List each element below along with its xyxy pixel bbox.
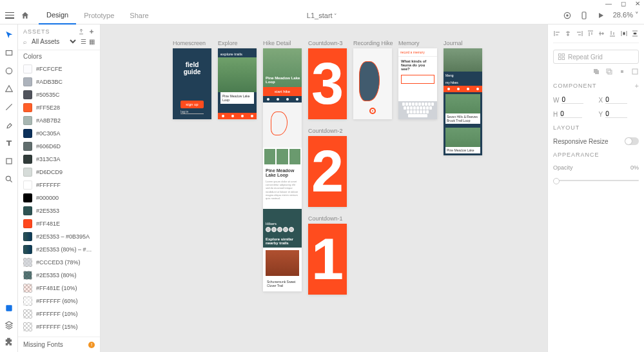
color-swatch-row[interactable]: #FFFFFF [21,179,97,191]
cloud-sync-icon[interactable] [563,11,572,20]
svg-rect-3 [6,51,12,55]
color-swatch-row[interactable]: #CCCED3 (78%) [21,256,97,269]
bool-exclude-icon[interactable] [631,68,639,75]
x-input[interactable] [605,96,627,104]
color-swatch-row[interactable]: #2E5353 – #0B395A [21,230,97,243]
component-section-title: COMPONENT [553,83,597,89]
color-swatch-row[interactable]: #FFFFFF (15%) [21,320,97,333]
artboard-label[interactable]: Journal [444,40,482,46]
color-swatch-row[interactable]: #A8B7B2 [21,114,97,127]
opacity-slider[interactable] [553,180,639,181]
color-swatch-row[interactable]: #FF481E (10%) [21,282,97,295]
color-swatch-row[interactable]: #FF5E28 [21,101,97,114]
artboard-countdown-3[interactable]: 3 [308,48,347,119]
align-top-icon[interactable] [587,30,594,37]
artboard-hike-detail[interactable]: Pine Meadow Lake Loop start hike Pine Me… [263,48,302,291]
add-component-icon[interactable]: + [635,82,639,90]
zoom-level-dropdown[interactable]: 28.6% ˅ [613,11,639,19]
ellipse-tool[interactable] [4,66,14,76]
publish-library-icon[interactable] [78,28,84,35]
tab-design[interactable]: Design [39,6,76,24]
zoom-tool[interactable] [4,174,14,184]
artboard-label[interactable]: Memory [398,40,437,46]
colors-section-header[interactable]: Colors [18,50,100,63]
color-label: #FFFFFF [36,182,61,188]
add-asset-icon[interactable] [88,28,95,35]
document-title-dropdown[interactable]: L1_start [307,12,337,19]
artboard-homescreen[interactable]: field guide sign up log in [173,48,211,119]
canvas[interactable]: Homescreen field guide sign up log in Ex… [101,24,547,352]
artboard-label[interactable]: Homescreen [173,40,211,46]
polygon-tool[interactable] [4,84,14,94]
color-swatch-row[interactable]: #0C305A [21,127,97,140]
distribute-v-icon[interactable] [631,30,639,37]
color-swatch-row[interactable]: #50535C [21,88,97,101]
artboard-memory[interactable]: record a memory What kinds of fauna do y… [398,48,437,119]
missing-fonts-row[interactable]: Missing Fonts ! [18,337,100,352]
align-bottom-icon[interactable] [609,30,616,37]
pen-tool[interactable] [4,120,14,130]
rectangle-tool[interactable] [4,48,14,58]
color-swatch-row[interactable]: #313C3A [21,153,97,166]
color-swatch-row[interactable]: #2E5353 (80%) [21,269,97,282]
color-swatch-row[interactable]: #D6DCD9 [21,166,97,179]
color-swatch-row[interactable]: #FCFCFE [21,63,97,75]
window-maximize-button[interactable]: ◻ [621,0,626,7]
artboard-label[interactable]: Hike Detail [263,40,302,46]
color-swatch-row[interactable]: #FFFFFF (60%) [21,295,97,308]
artboard-countdown-1[interactable]: 1 [308,224,347,295]
hamburger-menu-button[interactable] [5,12,14,19]
play-preview-icon[interactable] [596,11,605,20]
width-input[interactable] [561,96,583,104]
artboard-explore[interactable]: explore trails Pine Meadow Lake Loop [218,48,257,119]
repeat-grid-button[interactable]: Repeat Grid [553,50,639,64]
artboard-countdown-2[interactable]: 2 [308,136,347,207]
color-swatch-row[interactable]: #000000 [21,191,97,204]
text-tool[interactable] [4,138,14,148]
align-right-icon[interactable] [576,30,583,37]
artboard-journal[interactable]: Meng my hikes Seven Hills & Reeves Brook… [444,48,482,155]
color-swatch-row[interactable]: #2E5353 [21,204,97,217]
color-swatch-row[interactable]: #ADB3BC [21,75,97,88]
line-tool[interactable] [4,102,14,112]
color-label: #FF5E28 [36,104,60,111]
bool-subtract-icon[interactable] [605,68,613,75]
record-button-icon [369,108,376,114]
assets-panel-toggle[interactable] [4,303,14,313]
svg-rect-10 [559,57,561,60]
list-view-icon[interactable]: ☰ [81,38,86,45]
y-input[interactable] [605,110,627,118]
height-input[interactable] [560,110,582,118]
color-swatch-row[interactable]: #2E5353 (80%) – #0B395A (80%) [21,243,97,256]
artboard-recording-hike[interactable] [353,48,392,119]
window-minimize-button[interactable]: — [605,0,612,7]
artboard-label[interactable]: Countdown-2 [308,128,347,134]
responsive-resize-toggle[interactable] [625,137,639,145]
bool-add-icon[interactable] [592,68,600,75]
color-swatch-row[interactable]: #FFFFFF (10%) [21,308,97,320]
align-left-icon[interactable] [553,30,561,37]
grid-view-icon[interactable]: ▦ [89,38,95,45]
color-swatch-row[interactable]: #FF481E [21,217,97,230]
color-swatch-row[interactable]: #606D6D [21,140,97,153]
select-tool[interactable] [4,30,14,40]
distribute-h-icon[interactable] [620,30,628,37]
artboard-label[interactable]: Recording Hike [353,40,393,46]
layers-panel-toggle[interactable] [4,320,14,330]
color-label: #D6DCD9 [36,169,63,175]
artboard-label[interactable]: Countdown-3 [308,40,347,46]
tab-prototype[interactable]: Prototype [76,6,122,24]
bool-intersect-icon[interactable] [618,68,626,75]
artboard-label[interactable]: Explore [218,40,257,46]
align-middle-icon[interactable] [598,30,605,37]
assets-filter-dropdown[interactable]: All Assets [29,37,78,46]
home-icon[interactable] [21,11,30,20]
mobile-preview-icon[interactable] [580,11,589,20]
toolbar [0,24,18,352]
artboard-tool[interactable] [4,156,14,166]
window-close-button[interactable]: ✕ [635,0,640,7]
plugins-panel-toggle[interactable] [4,337,14,347]
tab-share[interactable]: Share [122,6,156,24]
align-center-h-icon[interactable] [564,30,572,37]
artboard-label[interactable]: Countdown-1 [308,215,347,222]
